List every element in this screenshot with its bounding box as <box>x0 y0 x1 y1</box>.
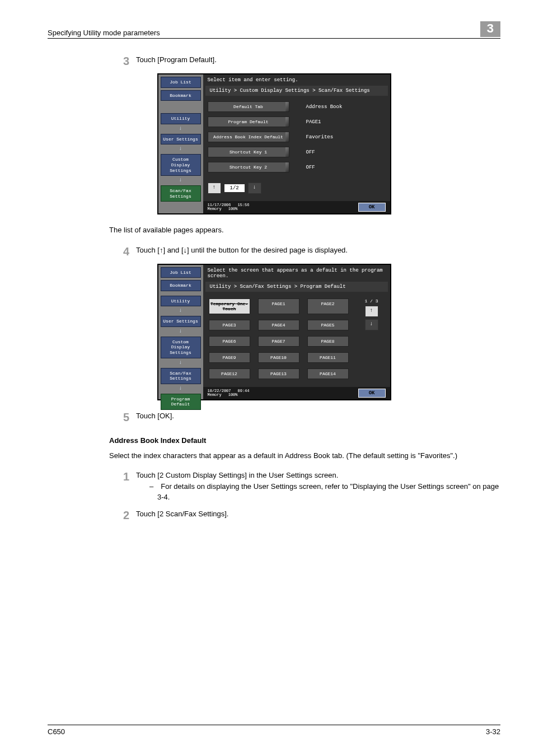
page10-button[interactable]: PAGE10 <box>258 352 299 363</box>
utility-button[interactable]: Utility <box>161 113 201 124</box>
bookmark-button[interactable]: Bookmark <box>161 90 201 101</box>
breadcrumb: Utility > Scan/Fax Settings > Program De… <box>205 282 388 292</box>
step-number-4: 4 <box>109 245 129 258</box>
header-title: Specifying Utility mode parameters <box>48 29 160 37</box>
default-tab-value: Address Book <box>306 104 343 110</box>
temporary-one-touch-button[interactable]: Temporary One-Touch <box>209 298 250 314</box>
down-arrow-icon: ↓ <box>161 125 201 132</box>
address-book-index-default-button[interactable]: Address Book Index Default <box>208 132 289 142</box>
custom-display-settings-button[interactable]: Custom Display Settings <box>161 154 201 176</box>
ok-button[interactable]: OK <box>358 203 386 212</box>
step-3-result: The list of available pages appears. <box>109 225 500 236</box>
step-5-text: Touch [OK]. <box>136 410 500 424</box>
page-down-button[interactable]: ↓ <box>248 183 261 194</box>
page7-button[interactable]: PAGE7 <box>258 336 299 347</box>
status-memory-label: Memory <box>208 393 222 397</box>
screenshot-program-default: Job List Bookmark Utility ↓ User Setting… <box>157 264 391 400</box>
page5-button[interactable]: PAGE5 <box>307 320 349 330</box>
footer-left: C650 <box>48 727 65 736</box>
page-indicator: 1/2 <box>224 184 245 192</box>
step-3-text: Touch [Program Default]. <box>136 54 500 68</box>
shortcut-key-1-value: OFF <box>306 150 315 155</box>
instruction-text: Select item and enter setting. <box>203 74 390 86</box>
step-number-5: 5 <box>109 410 129 424</box>
status-time: 09:44 <box>238 389 250 393</box>
step-2-text: Touch [2 Scan/Fax Settings]. <box>136 508 500 522</box>
ok-button[interactable]: OK <box>358 389 386 398</box>
instruction-text: Select the screen that appears as a defa… <box>203 265 390 282</box>
down-arrow-icon: ↓ <box>161 307 201 314</box>
program-default-nav-button[interactable]: Program Default <box>161 394 201 410</box>
page-up-button[interactable]: ↑ <box>365 306 378 317</box>
page-up-button[interactable]: ↑ <box>208 183 221 194</box>
page2-button[interactable]: PAGE2 <box>307 298 349 314</box>
user-settings-button[interactable]: User Settings <box>161 134 201 145</box>
page9-button[interactable]: PAGE9 <box>209 352 250 363</box>
section-heading: Address Book Index Default <box>109 436 500 445</box>
scan-fax-settings-button[interactable]: Scan/Fax Settings <box>161 368 201 384</box>
chapter-number: 3 <box>480 21 500 37</box>
status-memory-value: 100% <box>228 393 238 397</box>
down-arrow-icon: ↓ <box>161 146 201 152</box>
page8-button[interactable]: PAGE8 <box>307 336 349 347</box>
program-default-button[interactable]: Program Default <box>208 116 289 127</box>
status-time: 15:56 <box>238 203 250 207</box>
user-settings-button[interactable]: User Settings <box>161 316 201 327</box>
job-list-button[interactable]: Job List <box>161 267 201 278</box>
page12-button[interactable]: PAGE12 <box>209 368 250 379</box>
program-default-value: PAGE1 <box>306 119 321 125</box>
shortcut-key-1-button[interactable]: Shortcut Key 1 <box>208 147 289 157</box>
step-4-text: Touch [↑] and [↓] until the button for t… <box>136 245 500 258</box>
down-arrow-icon: ↓ <box>161 385 201 391</box>
page4-button[interactable]: PAGE4 <box>258 320 299 330</box>
page-down-button[interactable]: ↓ <box>365 319 378 330</box>
step-1-text: Touch [2 Custom Display Settings] in the… <box>136 470 500 481</box>
page11-button[interactable]: PAGE11 <box>307 352 349 363</box>
down-arrow-icon: ↓ <box>161 328 201 334</box>
step-number-1: 1 <box>109 470 129 503</box>
custom-display-settings-button[interactable]: Custom Display Settings <box>161 337 201 358</box>
shortcut-key-2-button[interactable]: Shortcut Key 2 <box>208 162 289 172</box>
utility-button[interactable]: Utility <box>161 296 201 307</box>
step-1-sub: – For details on displaying the User Set… <box>149 481 500 503</box>
section-intro: Select the index characters that appear … <box>109 450 500 461</box>
bookmark-button[interactable]: Bookmark <box>161 280 201 291</box>
status-memory-label: Memory <box>208 207 222 211</box>
job-list-button[interactable]: Job List <box>161 77 201 88</box>
status-memory-value: 100% <box>228 207 238 211</box>
page3-button[interactable]: PAGE3 <box>209 320 250 330</box>
default-tab-button[interactable]: Default Tab <box>208 101 289 112</box>
scan-fax-settings-button[interactable]: Scan/Fax Settings <box>161 185 201 202</box>
screenshot-scanfax-settings: Job List Bookmark Utility ↓ User Setting… <box>157 73 391 214</box>
down-arrow-icon: ↓ <box>161 360 201 366</box>
shortcut-key-2-value: OFF <box>306 165 315 170</box>
page1-button[interactable]: PAGE1 <box>258 298 299 314</box>
page13-button[interactable]: PAGE13 <box>258 368 299 379</box>
step-number-2: 2 <box>109 508 129 522</box>
footer-right: 3-32 <box>486 727 500 736</box>
down-arrow-icon: ↓ <box>161 177 201 183</box>
breadcrumb: Utility > Custom Display Settings > Scan… <box>205 86 388 96</box>
address-book-index-default-value: Favorites <box>306 134 334 140</box>
page6-button[interactable]: PAGE6 <box>209 336 250 347</box>
step-number-3: 3 <box>109 54 129 68</box>
page14-button[interactable]: PAGE14 <box>307 368 349 379</box>
page-indicator: 1 / 3 <box>364 298 378 304</box>
